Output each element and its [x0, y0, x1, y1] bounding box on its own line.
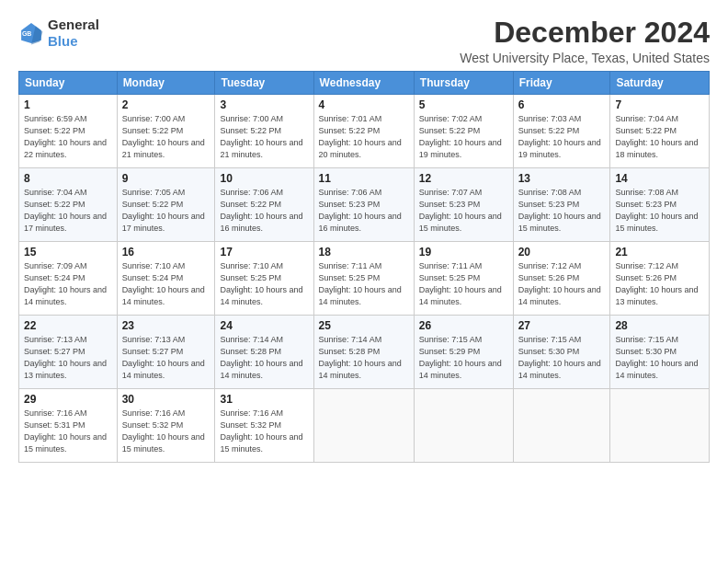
main-title: December 2024: [460, 17, 710, 49]
day-info: Sunrise: 7:13 AM Sunset: 5:27 PM Dayligh…: [122, 334, 210, 382]
day-info: Sunrise: 7:14 AM Sunset: 5:28 PM Dayligh…: [220, 334, 308, 382]
calendar-header-sunday: Sunday: [19, 72, 118, 95]
header: GB General Blue December 2024 West Unive…: [18, 17, 710, 65]
calendar-cell: 14Sunrise: 7:08 AM Sunset: 5:23 PM Dayli…: [610, 168, 710, 242]
calendar-cell: 13Sunrise: 7:08 AM Sunset: 5:23 PM Dayli…: [513, 168, 610, 242]
day-info: Sunrise: 7:00 AM Sunset: 5:22 PM Dayligh…: [220, 113, 308, 161]
calendar-cell: 16Sunrise: 7:10 AM Sunset: 5:24 PM Dayli…: [117, 242, 215, 316]
day-number: 9: [122, 172, 210, 185]
logo-line2: Blue: [48, 33, 99, 50]
calendar-cell: 20Sunrise: 7:12 AM Sunset: 5:26 PM Dayli…: [513, 242, 610, 316]
day-number: 12: [419, 172, 508, 185]
calendar-cell: [414, 389, 513, 463]
day-info: Sunrise: 7:09 AM Sunset: 5:24 PM Dayligh…: [24, 260, 112, 308]
day-info: Sunrise: 7:16 AM Sunset: 5:32 PM Dayligh…: [122, 408, 210, 455]
calendar-cell: 26Sunrise: 7:15 AM Sunset: 5:29 PM Dayli…: [414, 316, 513, 389]
calendar-header-friday: Friday: [513, 72, 610, 95]
day-info: Sunrise: 7:14 AM Sunset: 5:28 PM Dayligh…: [319, 334, 409, 382]
calendar-cell: 15Sunrise: 7:09 AM Sunset: 5:24 PM Dayli…: [19, 242, 118, 316]
day-info: Sunrise: 6:59 AM Sunset: 5:22 PM Dayligh…: [24, 113, 112, 161]
calendar-cell: [513, 389, 610, 463]
calendar-cell: 12Sunrise: 7:07 AM Sunset: 5:23 PM Dayli…: [414, 168, 513, 242]
calendar-cell: 6Sunrise: 7:03 AM Sunset: 5:22 PM Daylig…: [513, 95, 610, 168]
day-number: 7: [615, 98, 704, 111]
day-number: 19: [419, 246, 508, 259]
day-info: Sunrise: 7:04 AM Sunset: 5:22 PM Dayligh…: [615, 113, 704, 161]
day-info: Sunrise: 7:03 AM Sunset: 5:22 PM Dayligh…: [518, 113, 606, 161]
calendar-header-saturday: Saturday: [610, 72, 710, 95]
title-block: December 2024 West University Place, Tex…: [460, 17, 710, 65]
day-number: 20: [518, 246, 606, 259]
day-info: Sunrise: 7:04 AM Sunset: 5:22 PM Dayligh…: [24, 187, 112, 235]
calendar-header-thursday: Thursday: [414, 72, 513, 95]
day-number: 27: [518, 319, 606, 332]
calendar-cell: 4Sunrise: 7:01 AM Sunset: 5:22 PM Daylig…: [313, 95, 414, 168]
calendar-cell: 31Sunrise: 7:16 AM Sunset: 5:32 PM Dayli…: [215, 389, 313, 463]
day-info: Sunrise: 7:07 AM Sunset: 5:23 PM Dayligh…: [419, 187, 508, 235]
calendar-cell: 21Sunrise: 7:12 AM Sunset: 5:26 PM Dayli…: [610, 242, 710, 316]
day-info: Sunrise: 7:12 AM Sunset: 5:26 PM Dayligh…: [615, 260, 704, 308]
day-number: 31: [220, 393, 308, 406]
logo-line1: General: [48, 17, 99, 33]
calendar-cell: [610, 389, 710, 463]
day-info: Sunrise: 7:11 AM Sunset: 5:25 PM Dayligh…: [319, 260, 409, 308]
day-number: 8: [24, 172, 112, 185]
day-number: 14: [615, 172, 704, 185]
calendar-cell: 30Sunrise: 7:16 AM Sunset: 5:32 PM Dayli…: [117, 389, 215, 463]
day-info: Sunrise: 7:00 AM Sunset: 5:22 PM Dayligh…: [122, 113, 210, 161]
day-number: 23: [122, 319, 210, 332]
day-number: 1: [24, 98, 112, 111]
day-number: 26: [419, 319, 508, 332]
day-number: 21: [615, 246, 704, 259]
subtitle: West University Place, Texas, United Sta…: [460, 51, 710, 65]
calendar-cell: 9Sunrise: 7:05 AM Sunset: 5:22 PM Daylig…: [117, 168, 215, 242]
day-number: 22: [24, 319, 112, 332]
day-info: Sunrise: 7:15 AM Sunset: 5:29 PM Dayligh…: [419, 334, 508, 382]
calendar-cell: 10Sunrise: 7:06 AM Sunset: 5:22 PM Dayli…: [215, 168, 313, 242]
day-info: Sunrise: 7:10 AM Sunset: 5:25 PM Dayligh…: [220, 260, 308, 308]
day-info: Sunrise: 7:06 AM Sunset: 5:23 PM Dayligh…: [319, 187, 409, 235]
calendar-cell: [313, 389, 414, 463]
calendar-cell: 17Sunrise: 7:10 AM Sunset: 5:25 PM Dayli…: [215, 242, 313, 316]
logo: GB General Blue: [18, 17, 99, 50]
calendar-cell: 24Sunrise: 7:14 AM Sunset: 5:28 PM Dayli…: [215, 316, 313, 389]
page: GB General Blue December 2024 West Unive…: [0, 0, 728, 472]
day-number: 13: [518, 172, 606, 185]
day-info: Sunrise: 7:12 AM Sunset: 5:26 PM Dayligh…: [518, 260, 606, 308]
day-info: Sunrise: 7:13 AM Sunset: 5:27 PM Dayligh…: [24, 334, 112, 382]
calendar-header-monday: Monday: [117, 72, 215, 95]
day-number: 18: [319, 246, 409, 259]
calendar-week-row: 1Sunrise: 6:59 AM Sunset: 5:22 PM Daylig…: [19, 95, 710, 168]
calendar-cell: 5Sunrise: 7:02 AM Sunset: 5:22 PM Daylig…: [414, 95, 513, 168]
day-number: 3: [220, 98, 308, 111]
day-number: 6: [518, 98, 606, 111]
calendar-cell: 11Sunrise: 7:06 AM Sunset: 5:23 PM Dayli…: [313, 168, 414, 242]
calendar-cell: 22Sunrise: 7:13 AM Sunset: 5:27 PM Dayli…: [19, 316, 118, 389]
day-info: Sunrise: 7:16 AM Sunset: 5:32 PM Dayligh…: [220, 408, 308, 455]
calendar-cell: 28Sunrise: 7:15 AM Sunset: 5:30 PM Dayli…: [610, 316, 710, 389]
day-info: Sunrise: 7:15 AM Sunset: 5:30 PM Dayligh…: [615, 334, 704, 382]
day-info: Sunrise: 7:05 AM Sunset: 5:22 PM Dayligh…: [122, 187, 210, 235]
logo-icon: GB: [18, 20, 44, 46]
day-number: 30: [122, 393, 210, 406]
day-info: Sunrise: 7:01 AM Sunset: 5:22 PM Dayligh…: [319, 113, 409, 161]
day-number: 16: [122, 246, 210, 259]
calendar-cell: 8Sunrise: 7:04 AM Sunset: 5:22 PM Daylig…: [19, 168, 118, 242]
day-number: 25: [319, 319, 409, 332]
calendar-cell: 25Sunrise: 7:14 AM Sunset: 5:28 PM Dayli…: [313, 316, 414, 389]
calendar: SundayMondayTuesdayWednesdayThursdayFrid…: [18, 71, 710, 463]
day-number: 4: [319, 98, 409, 111]
day-number: 24: [220, 319, 308, 332]
day-number: 15: [24, 246, 112, 259]
calendar-week-row: 15Sunrise: 7:09 AM Sunset: 5:24 PM Dayli…: [19, 242, 710, 316]
calendar-cell: 19Sunrise: 7:11 AM Sunset: 5:25 PM Dayli…: [414, 242, 513, 316]
day-number: 11: [319, 172, 409, 185]
calendar-cell: 2Sunrise: 7:00 AM Sunset: 5:22 PM Daylig…: [117, 95, 215, 168]
calendar-week-row: 29Sunrise: 7:16 AM Sunset: 5:31 PM Dayli…: [19, 389, 710, 463]
calendar-cell: 3Sunrise: 7:00 AM Sunset: 5:22 PM Daylig…: [215, 95, 313, 168]
day-info: Sunrise: 7:02 AM Sunset: 5:22 PM Dayligh…: [419, 113, 508, 161]
calendar-header-wednesday: Wednesday: [313, 72, 414, 95]
day-number: 28: [615, 319, 704, 332]
day-info: Sunrise: 7:08 AM Sunset: 5:23 PM Dayligh…: [615, 187, 704, 235]
day-number: 17: [220, 246, 308, 259]
